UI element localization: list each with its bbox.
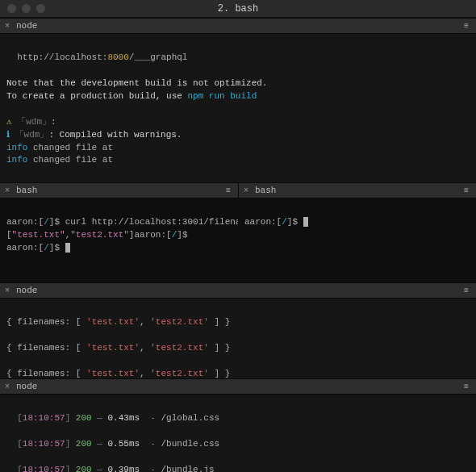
- pane1-info1: info changed file at: [6, 143, 113, 152]
- pane2a-tab-label[interactable]: bash: [15, 186, 37, 195]
- pane1-menu-icon[interactable]: ≡: [457, 22, 476, 31]
- pane3-line: { filenames: [ 'test.txt', 'test2.txt' ]…: [6, 316, 470, 329]
- window-title: 2. bash: [0, 3, 476, 15]
- pane2b-close-icon[interactable]: ×: [239, 186, 253, 195]
- pane1-note2: To create a production build, use npm ru…: [6, 91, 257, 101]
- pane3-tabbar: × node ≡: [0, 282, 476, 299]
- pane2b-tab-label[interactable]: bash: [253, 186, 276, 195]
- pane2b-menu-icon[interactable]: ≡: [457, 186, 476, 195]
- zoom-window-button[interactable]: [36, 4, 45, 13]
- pane2b-tabbar: × bash ≡: [238, 182, 476, 198]
- pane2a-line1: aaron:[/]$ curl http://localhost:3001/fi…: [6, 217, 238, 227]
- pane2a-menu-icon[interactable]: ≡: [219, 186, 238, 195]
- pane1-url: http://localhost:8000/___graphql: [6, 52, 187, 62]
- pane1-wdm-warn: ⚠ 「wdm」:: [6, 117, 56, 127]
- pane4-tabbar: × node ≡: [0, 378, 476, 395]
- pane2a-body[interactable]: aaron:[/]$ curl http://localhost:3001/fi…: [0, 198, 238, 282]
- log-line: [18:10:57] 200 — 0.43ms - /global.css: [6, 412, 470, 425]
- pane3-body[interactable]: { filenames: [ 'test.txt', 'test2.txt' ]…: [0, 299, 476, 378]
- window-titlebar: 2. bash: [0, 0, 476, 18]
- pane3-menu-icon[interactable]: ≡: [457, 286, 476, 295]
- pane3-line: { filenames: [ 'test.txt', 'test2.txt' ]…: [6, 368, 470, 378]
- cursor-icon: [303, 217, 308, 227]
- pane1-info2: info changed file at: [6, 155, 113, 165]
- pane2b-body[interactable]: aaron:[/]$: [238, 198, 476, 282]
- pane3-close-icon[interactable]: ×: [0, 286, 15, 295]
- pane3-tab-label[interactable]: node: [15, 286, 37, 295]
- close-window-button[interactable]: [7, 4, 16, 13]
- minimize-window-button[interactable]: [22, 4, 31, 13]
- log-line: [18:10:57] 200 — 0.39ms - /bundle.js: [6, 464, 470, 472]
- pane1-close-icon[interactable]: ×: [0, 22, 15, 31]
- pane1-tabbar: × node ≡: [0, 18, 476, 34]
- pane1-body[interactable]: http://localhost:8000/___graphql Note th…: [0, 34, 476, 182]
- pane3-line: { filenames: [ 'test.txt', 'test2.txt' ]…: [6, 342, 470, 355]
- pane4-body[interactable]: [18:10:57] 200 — 0.43ms - /global.css [1…: [0, 395, 476, 472]
- pane2a-line3: aaron:[/]$: [6, 243, 70, 253]
- log-line: [18:10:57] 200 — 0.55ms - /bundle.css: [6, 438, 470, 451]
- pane2a-close-icon[interactable]: ×: [0, 186, 15, 195]
- pane2a-tabbar: × bash ≡: [0, 182, 238, 198]
- pane1-tab-label[interactable]: node: [15, 21, 37, 31]
- pane1-wdm-compiled: ℹ 「wdm」: Compiled with warnings.: [6, 130, 182, 140]
- pane4-close-icon[interactable]: ×: [0, 382, 15, 391]
- pane4-menu-icon[interactable]: ≡: [457, 382, 476, 391]
- pane2b-line1: aaron:[/]$: [244, 217, 308, 227]
- pane2a-line2: ["test.txt","test2.txt"]aaron:[/]$: [6, 230, 187, 240]
- pane4-tab-label[interactable]: node: [15, 382, 37, 391]
- cursor-icon: [65, 243, 70, 253]
- pane1-note1: Note that the development build is not o…: [6, 78, 267, 88]
- traffic-lights: [0, 4, 45, 13]
